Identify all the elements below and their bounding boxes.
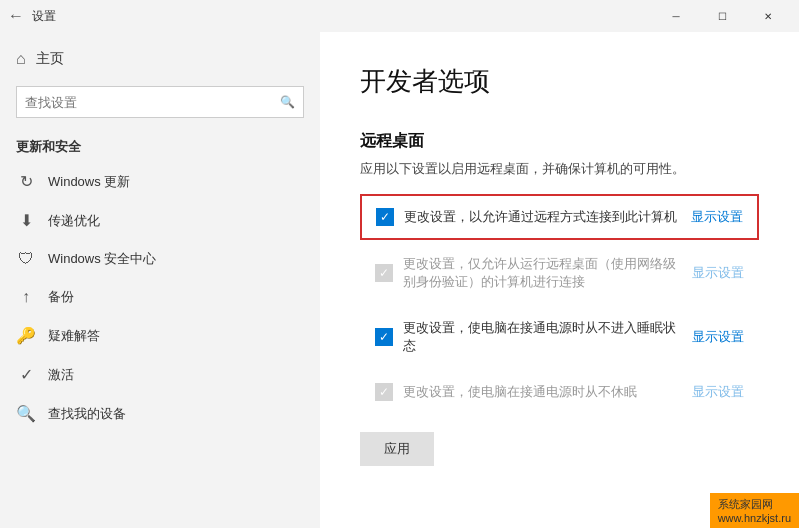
- windows-update-icon: ↻: [16, 172, 36, 191]
- search-input[interactable]: [25, 95, 280, 110]
- setting-row-no-hibernate: ✓ 更改设置，使电脑在接通电源时从不休眠 显示设置: [360, 370, 759, 414]
- watermark: 系统家园网 www.hnzkjst.ru: [710, 493, 799, 528]
- sidebar-item-label: 激活: [48, 366, 74, 384]
- setting-text-remote-connect: 更改设置，以允许通过远程方式连接到此计算机: [404, 208, 681, 226]
- setting-row-no-sleep: ✓ 更改设置，使电脑在接通电源时从不进入睡眠状态 显示设置: [360, 306, 759, 368]
- watermark-line1: 系统家园网: [718, 497, 791, 512]
- sidebar-item-windows-update[interactable]: ↻ Windows 更新: [0, 162, 320, 201]
- setting-link-no-sleep[interactable]: 显示设置: [692, 328, 744, 346]
- shield-icon: 🛡: [16, 250, 36, 268]
- sidebar-item-label: 备份: [48, 288, 74, 306]
- troubleshoot-icon: 🔑: [16, 326, 36, 345]
- content-area: 开发者选项 远程桌面 应用以下设置以启用远程桌面，并确保计算机的可用性。 ✓ 更…: [320, 32, 799, 528]
- close-button[interactable]: ✕: [745, 0, 791, 32]
- sidebar-item-home[interactable]: ⌂ 主页: [0, 40, 320, 78]
- check-icon: ✓: [379, 331, 389, 343]
- check-icon: ✓: [379, 386, 389, 398]
- setting-row-nla: ✓ 更改设置，仅允许从运行远程桌面（使用网络级别身份验证）的计算机进行连接 显示…: [360, 242, 759, 304]
- check-icon: ✓: [380, 211, 390, 223]
- main-container: ⌂ 主页 🔍 更新和安全 ↻ Windows 更新 ⬇ 传递优化 🛡 Windo…: [0, 32, 799, 528]
- activation-icon: ✓: [16, 365, 36, 384]
- maximize-button[interactable]: ☐: [699, 0, 745, 32]
- apply-button[interactable]: 应用: [360, 432, 434, 466]
- backup-icon: ↑: [16, 288, 36, 306]
- checkbox-no-sleep[interactable]: ✓: [375, 328, 393, 346]
- setting-text-no-sleep: 更改设置，使电脑在接通电源时从不进入睡眠状态: [403, 319, 682, 355]
- sidebar-item-windows-security[interactable]: 🛡 Windows 安全中心: [0, 240, 320, 278]
- back-icon[interactable]: ←: [8, 7, 24, 25]
- titlebar: ← 设置 ─ ☐ ✕: [0, 0, 799, 32]
- remote-desktop-desc: 应用以下设置以启用远程桌面，并确保计算机的可用性。: [360, 160, 759, 178]
- remote-desktop-heading: 远程桌面: [360, 131, 759, 152]
- setting-text-nla: 更改设置，仅允许从运行远程桌面（使用网络级别身份验证）的计算机进行连接: [403, 255, 682, 291]
- sidebar-item-label: Windows 安全中心: [48, 250, 156, 268]
- find-device-icon: 🔍: [16, 404, 36, 423]
- home-icon: ⌂: [16, 50, 26, 68]
- home-label: 主页: [36, 50, 64, 68]
- sidebar-section-title: 更新和安全: [0, 126, 320, 162]
- sidebar-item-label: 传递优化: [48, 212, 100, 230]
- checkbox-nla[interactable]: ✓: [375, 264, 393, 282]
- delivery-icon: ⬇: [16, 211, 36, 230]
- page-title: 开发者选项: [360, 64, 759, 99]
- sidebar-item-backup[interactable]: ↑ 备份: [0, 278, 320, 316]
- search-icon: 🔍: [280, 95, 295, 109]
- sidebar: ⌂ 主页 🔍 更新和安全 ↻ Windows 更新 ⬇ 传递优化 🛡 Windo…: [0, 32, 320, 528]
- setting-row-remote-connect: ✓ 更改设置，以允许通过远程方式连接到此计算机 显示设置: [360, 194, 759, 240]
- sidebar-item-delivery-opt[interactable]: ⬇ 传递优化: [0, 201, 320, 240]
- search-box[interactable]: 🔍: [16, 86, 304, 118]
- checkbox-remote-connect[interactable]: ✓: [376, 208, 394, 226]
- titlebar-controls: ─ ☐ ✕: [653, 0, 791, 32]
- check-icon: ✓: [379, 267, 389, 279]
- sidebar-item-label: 查找我的设备: [48, 405, 126, 423]
- setting-link-nla[interactable]: 显示设置: [692, 264, 744, 282]
- sidebar-item-label: Windows 更新: [48, 173, 130, 191]
- setting-text-no-hibernate: 更改设置，使电脑在接通电源时从不休眠: [403, 383, 682, 401]
- sidebar-item-label: 疑难解答: [48, 327, 100, 345]
- setting-link-remote-connect[interactable]: 显示设置: [691, 208, 743, 226]
- checkbox-no-hibernate[interactable]: ✓: [375, 383, 393, 401]
- minimize-button[interactable]: ─: [653, 0, 699, 32]
- sidebar-item-activation[interactable]: ✓ 激活: [0, 355, 320, 394]
- sidebar-item-find-device[interactable]: 🔍 查找我的设备: [0, 394, 320, 433]
- watermark-line2: www.hnzkjst.ru: [718, 512, 791, 524]
- sidebar-item-troubleshoot[interactable]: 🔑 疑难解答: [0, 316, 320, 355]
- titlebar-title: 设置: [32, 8, 56, 25]
- setting-link-no-hibernate[interactable]: 显示设置: [692, 383, 744, 401]
